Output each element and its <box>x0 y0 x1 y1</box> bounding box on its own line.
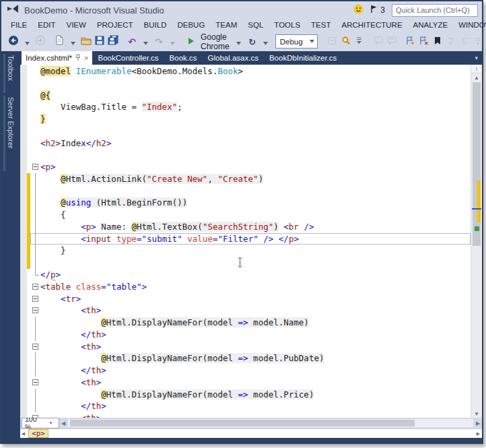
code-text: @{ <box>40 90 50 102</box>
menu-item-edit[interactable]: EDIT <box>32 19 61 32</box>
navigator-left-icon[interactable]: ◀ <box>20 431 26 437</box>
code-line: @Html.DisplayNameFor(model => model.Pric… <box>27 389 471 401</box>
window-title: BookDemo - Microsoft Visual Studio <box>24 5 164 15</box>
scroll-right-icon[interactable]: ▶ <box>474 420 482 426</box>
scroll-left-icon[interactable]: ◀ <box>59 420 67 426</box>
browser-target-label[interactable]: Google Chrome <box>198 32 232 51</box>
outline-margin <box>30 317 40 329</box>
code-line: <th> <box>27 412 471 418</box>
feedback-smiley-icon[interactable] <box>353 4 363 17</box>
outline-collapse-icon[interactable] <box>30 305 40 317</box>
toolbar-options-overflow[interactable] <box>353 34 366 49</box>
refresh-button[interactable]: ↻ <box>246 34 259 49</box>
menu-item-build[interactable]: BUILD <box>139 19 172 32</box>
code-text: </th> <box>40 364 106 377</box>
zoom-level-combo[interactable]: 100 % ▾ <box>22 418 59 428</box>
outline-collapse-icon[interactable] <box>30 377 40 389</box>
outline-margin <box>30 352 40 364</box>
browser-target-caret[interactable] <box>232 34 246 49</box>
menu-item-architecture[interactable]: ARCHITECTURE <box>336 19 407 32</box>
menu-item-project[interactable]: PROJECT <box>92 19 139 32</box>
menu-item-team[interactable]: TEAM <box>210 19 242 32</box>
menu-item-window[interactable]: WINDOW <box>453 19 486 32</box>
caret-position-marker <box>472 208 481 210</box>
refresh-caret[interactable] <box>259 34 273 49</box>
code-text: @using (Html.BeginForm()) <box>40 197 187 209</box>
solution-configuration-combo[interactable]: Debug <box>275 34 318 49</box>
pin-icon[interactable] <box>75 54 81 63</box>
navigate-backward-button[interactable] <box>7 34 20 49</box>
outline-collapse-icon[interactable] <box>30 412 40 418</box>
save-all-button[interactable] <box>106 34 120 49</box>
new-file-caret[interactable] <box>66 34 79 49</box>
code-line: </th> <box>27 364 471 377</box>
code-editor[interactable]: @model IEnumerable<BookDemo.Models.Book>… <box>20 65 471 418</box>
tool-tab-server-explorer[interactable]: Server Explorer <box>7 97 15 148</box>
menu-item-view[interactable]: VIEW <box>61 19 92 32</box>
horizontal-scrollbar[interactable] <box>68 419 473 427</box>
bookmark-icon <box>434 36 441 48</box>
code-text: <input type="submit" value="Filter" /> <… <box>40 233 299 245</box>
clear-bookmark-button[interactable] <box>417 34 431 49</box>
code-line: </th> <box>27 400 471 412</box>
code-line: @Html.ActionLink("Create New", "Create") <box>27 173 471 185</box>
menu-item-analyze[interactable]: ANALYZE <box>408 19 454 32</box>
menu-item-file[interactable]: FILE <box>5 19 32 32</box>
folder-icon <box>81 36 92 48</box>
navigator-right-icon[interactable]: ▶ <box>475 431 481 437</box>
save-button[interactable] <box>93 34 106 49</box>
outline-margin <box>30 245 40 257</box>
undo-caret[interactable] <box>139 34 152 49</box>
vs-logo-icon <box>7 4 19 16</box>
open-file-button[interactable] <box>79 34 93 49</box>
tag-navigator-current-element[interactable]: <p> <box>28 429 48 438</box>
toolbar: ↶↷Google Chrome↻Debug <box>1 32 482 51</box>
menu-item-tools[interactable]: TOOLS <box>269 19 306 32</box>
warning-marker <box>475 226 479 231</box>
undo-button[interactable]: ↶ <box>125 34 139 49</box>
outline-collapse-icon[interactable] <box>30 341 40 353</box>
toggle-bookmark-button[interactable] <box>404 34 417 49</box>
code-text: ViewBag.Title = "Index"; <box>40 101 182 113</box>
menu-item-test[interactable]: TEST <box>306 19 336 32</box>
document-tab-globalasaxcs[interactable]: Global.asax.cs <box>203 51 264 65</box>
start-debugging-button[interactable] <box>184 34 198 49</box>
code-line: <th> <box>27 341 471 353</box>
tab-list-caret-icon[interactable]: ▾ <box>471 51 482 65</box>
tool-tab-strip <box>3 96 5 171</box>
menu-item-sql[interactable]: SQL <box>242 19 269 32</box>
tagplus-icon <box>406 36 415 48</box>
navigate-backward-caret[interactable] <box>20 34 34 49</box>
notifications-flag-icon[interactable] <box>370 4 378 16</box>
code-text: <table class="table"> <box>40 281 147 293</box>
document-tab-indexcshtml[interactable]: Index.cshtml*× <box>22 51 92 65</box>
code-line: @{ <box>27 90 471 102</box>
horizontal-thumb[interactable] <box>70 420 415 426</box>
menu-item-debug[interactable]: DEBUG <box>172 19 210 32</box>
scroll-down-icon[interactable]: ▼ <box>471 410 482 418</box>
code-line <box>27 149 471 161</box>
bookmark-button[interactable] <box>431 34 444 49</box>
document-tab-bookcs[interactable]: Book.cs <box>164 51 203 65</box>
code-text: <th> <box>40 305 101 317</box>
close-icon[interactable]: × <box>84 55 88 62</box>
new-file-button[interactable] <box>53 34 66 49</box>
split-editor-handle[interactable]: ↕ <box>471 65 482 73</box>
outline-collapse-icon[interactable] <box>30 281 40 293</box>
code-line <box>27 257 471 269</box>
find-in-files-button[interactable] <box>339 34 353 49</box>
document-tab-bookdbinitializercs[interactable]: BookDbInitializer.cs <box>264 51 342 65</box>
tool-tab-toolbox[interactable]: Toolbox <box>7 55 15 81</box>
quick-launch-input[interactable]: Quick Launch (Ctrl+Q) <box>392 4 478 17</box>
caret-icon <box>71 36 75 48</box>
scroll-up-icon[interactable]: ▲ <box>471 73 482 82</box>
mouse-ibeam-cursor <box>237 257 243 267</box>
tool-window-channel: ToolboxServer Explorer <box>1 51 20 443</box>
outline-collapse-icon[interactable] <box>30 161 40 173</box>
document-tab-bookcontrollercs[interactable]: BookController.cs <box>92 51 164 65</box>
graybox-icon <box>328 36 337 48</box>
navigate-forward-button <box>34 34 47 49</box>
vertical-scrollbar[interactable]: ↕ ▲ ▼ <box>471 65 482 418</box>
outline-margin <box>30 364 40 377</box>
outline-collapse-icon[interactable] <box>30 293 40 305</box>
